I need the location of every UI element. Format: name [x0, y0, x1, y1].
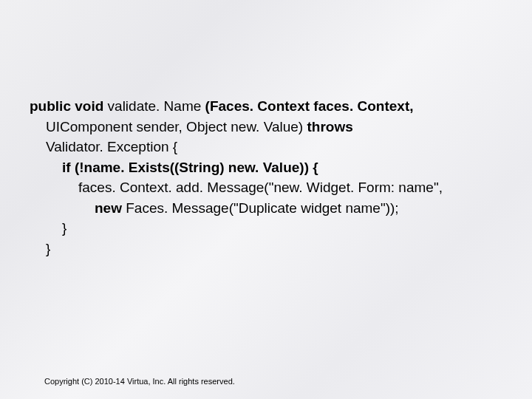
method-name: validate. Name: [108, 98, 205, 114]
keyword-if: if: [62, 160, 75, 175]
copyright-notice: Copyright (C) 2010-14 Virtua, Inc. All r…: [44, 377, 235, 386]
code-line-3: Validator. Exception {: [30, 137, 510, 157]
code-line-7: }: [30, 218, 510, 239]
code-line-4: if (!name. Exists((String) new. Value)) …: [30, 157, 510, 178]
exception-line: Validator. Exception {: [46, 139, 177, 154]
params-continued: UIComponent sender, Object new. Value): [46, 119, 307, 134]
code-line-2: UIComponent sender, Object new. Value) t…: [30, 117, 510, 137]
params-open: (Faces. Context faces. Context,: [205, 98, 414, 114]
code-line-1: public void validate. Name (Faces. Conte…: [30, 96, 510, 117]
code-block: public void validate. Name (Faces. Conte…: [0, 0, 532, 259]
if-condition: (!name. Exists((String) new. Value)) {: [75, 160, 318, 175]
code-line-6: new Faces. Message("Duplicate widget nam…: [30, 198, 510, 219]
close-brace-outer: }: [46, 241, 50, 256]
keyword-new: new: [95, 200, 126, 216]
code-line-5: faces. Context. add. Message("new. Widge…: [30, 177, 510, 198]
code-line-8: }: [30, 239, 510, 259]
faces-message: Faces. Message("Duplicate widget name"))…: [126, 200, 398, 216]
keyword-throws: throws: [307, 119, 352, 134]
add-message: faces. Context. add. Message("new. Widge…: [78, 180, 443, 195]
keyword-public-void: public void: [30, 98, 108, 114]
close-brace-inner: }: [62, 220, 66, 236]
